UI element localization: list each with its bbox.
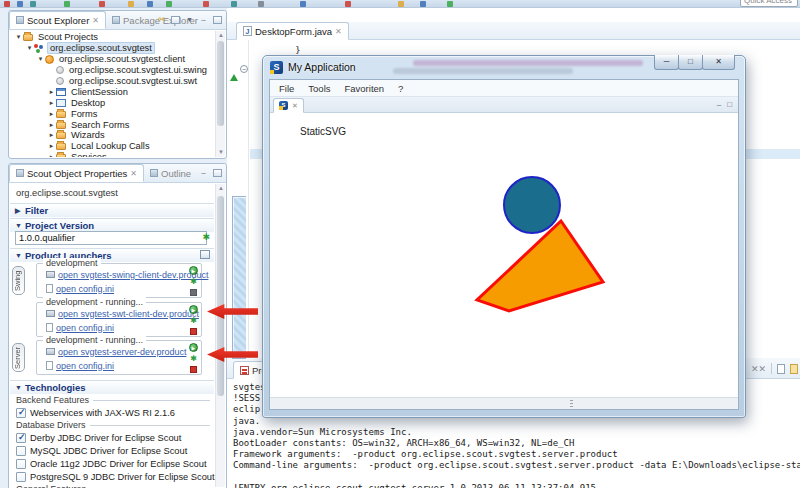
technology-row[interactable]: Derby JDBC Driver for Eclipse Scout — [16, 431, 210, 444]
stop-icon[interactable] — [190, 289, 197, 296]
filter-section-header[interactable]: ▶ Filter — [10, 203, 214, 217]
scroll-lock-icon[interactable] — [790, 364, 798, 374]
toolbar-icon[interactable] — [300, 1, 306, 7]
expander-closed-icon[interactable]: ▸ — [47, 131, 56, 139]
toolbar-icon[interactable] — [258, 1, 264, 7]
menu-item-tools[interactable]: Tools — [308, 83, 330, 94]
launcher-link[interactable]: open config.ini — [56, 323, 114, 333]
tree-item[interactable]: ▸Local Lookup Calls — [10, 141, 214, 152]
launcher-link[interactable]: open config.ini — [56, 284, 114, 294]
debug-icon[interactable]: ✱ — [189, 354, 198, 363]
minimize-icon[interactable]: – — [199, 168, 208, 177]
launcher-link[interactable]: open svgtest-swing-client-dev.product — [58, 270, 208, 280]
minimize-button[interactable]: ─ — [654, 55, 679, 70]
maximize-button[interactable]: □ — [678, 55, 703, 70]
remove-all-icon[interactable]: ✕✕ — [751, 364, 766, 374]
toolbar-icon[interactable] — [345, 1, 351, 7]
technology-row[interactable]: MySQL JDBC Driver for Eclipse Scout — [16, 444, 210, 457]
tree-item[interactable]: org.eclipse.scout.svgtest.ui.swt — [10, 76, 214, 87]
toolbar-icon[interactable] — [420, 1, 426, 7]
menu-item-favoriten[interactable]: Favoriten — [345, 83, 385, 94]
minimize-icon[interactable]: – — [199, 15, 208, 24]
toolbar-icon[interactable] — [231, 1, 237, 7]
close-icon[interactable]: ✕ — [335, 27, 342, 36]
scroll-up-icon[interactable]: ▲ — [216, 184, 226, 193]
static-svg-graphic[interactable] — [432, 165, 652, 345]
close-icon[interactable]: ✕ — [130, 169, 137, 178]
form-tab[interactable]: S ✕ — [273, 98, 304, 113]
maximize-icon[interactable] — [213, 16, 222, 24]
close-button[interactable]: ✕ — [702, 55, 735, 70]
fold-collapse-icon[interactable]: − — [240, 65, 248, 73]
toolbar-icon[interactable] — [64, 1, 70, 7]
run-icon[interactable]: ▶ — [189, 305, 198, 314]
properties-scrollbar[interactable]: ▲ — [215, 184, 225, 487]
expander-open-icon[interactable]: ▾ — [14, 33, 23, 41]
version-apply-icon[interactable]: ✱ — [202, 232, 210, 242]
technology-row[interactable]: Oracle 11g2 JDBC Driver for Eclipse Scou… — [16, 457, 210, 470]
checkbox[interactable] — [16, 408, 26, 418]
technologies-section-header[interactable]: ▼ Technologies — [10, 380, 214, 394]
tree-item[interactable]: ▸Search Forms — [10, 119, 214, 130]
toolbar-icon[interactable] — [166, 1, 172, 7]
expander-open-icon[interactable]: ▾ — [36, 55, 45, 63]
checkbox[interactable] — [16, 459, 26, 469]
toolbar-icon[interactable] — [203, 1, 209, 7]
tree-item[interactable]: ▸ClientSession — [10, 86, 214, 97]
edit-launchers-icon[interactable] — [200, 250, 210, 259]
tree-item[interactable]: org.eclipse.scout.svgtest.ui.swing — [10, 65, 214, 76]
tree-item[interactable]: ▸Services — [10, 152, 214, 157]
clear-console-icon[interactable] — [777, 364, 785, 374]
run-icon[interactable]: ▶ — [189, 343, 198, 352]
tree-item[interactable]: ▾org.eclipse.scout.svgtest.client — [10, 54, 214, 65]
product-launchers-section-header[interactable]: ▼ Product Launchers — [10, 248, 214, 262]
svg-circle-shape[interactable] — [504, 177, 560, 233]
properties-tab-scout-object-properties[interactable]: Scout Object Properties✕ — [9, 164, 144, 182]
version-input[interactable]: 1.0.0.qualifier — [15, 231, 207, 245]
expander-open-icon[interactable]: ▾ — [25, 44, 34, 52]
tree-item[interactable]: ▸Forms — [10, 108, 214, 119]
view-menu-icon[interactable]: ▾ — [185, 15, 194, 24]
launcher-link[interactable]: open svgtest-server-dev.product — [58, 347, 186, 357]
technology-row[interactable]: PostgreSQL 9 JDBC Driver for Eclipse Sco… — [16, 470, 210, 483]
tree-item[interactable]: ▾Scout Projects — [10, 32, 214, 43]
launcher-link[interactable]: open config.ini — [56, 361, 114, 371]
splitter-grip[interactable] — [570, 400, 573, 409]
toolbar-icon[interactable] — [30, 1, 36, 7]
scroll-up-icon[interactable]: ▲ — [216, 31, 226, 40]
run-icon[interactable]: ▶ — [189, 266, 198, 275]
scroll-down-icon[interactable]: ▼ — [216, 148, 226, 157]
toolbar-icon[interactable] — [17, 1, 23, 7]
menu-item-help[interactable]: ? — [398, 83, 403, 94]
maximize-icon[interactable] — [213, 169, 222, 177]
collapse-all-icon[interactable] — [171, 16, 180, 24]
stop-icon[interactable] — [190, 366, 197, 373]
explorer-scrollbar[interactable]: ▲ ▼ — [215, 31, 225, 157]
expander-closed-icon[interactable]: ▸ — [47, 110, 56, 118]
minimize-view-icon[interactable]: – — [717, 100, 721, 109]
launcher-link[interactable]: open svgtest-swt-client-dev.product — [58, 309, 199, 319]
stop-icon[interactable] — [190, 328, 197, 335]
properties-tab-outline[interactable]: Outline — [144, 164, 197, 182]
toolbar-icon[interactable] — [99, 1, 105, 7]
editor-tab-desktopform[interactable]: J DesktopForm.java ✕ — [236, 22, 349, 40]
explorer-tab-scout-explorer[interactable]: Scout Explorer✕ — [9, 11, 106, 29]
toolbar-icon[interactable] — [128, 1, 134, 7]
link-with-editor-icon[interactable]: ⚯ — [157, 15, 166, 24]
expander-closed-icon[interactable]: ▸ — [47, 99, 56, 107]
checkbox[interactable] — [16, 446, 26, 456]
expander-closed-icon[interactable]: ▸ — [47, 88, 56, 96]
tree-item[interactable]: ▾org.eclipse.scout.svgtest — [10, 43, 214, 54]
maximize-view-icon[interactable]: □ — [727, 100, 732, 109]
expander-closed-icon[interactable]: ▸ — [47, 121, 56, 129]
toolbar-icon[interactable] — [4, 1, 10, 7]
close-icon[interactable]: ✕ — [292, 102, 298, 110]
project-version-section-header[interactable]: ▼ Project Version — [10, 218, 214, 232]
expander-closed-icon[interactable]: ▸ — [47, 153, 56, 157]
tree-item[interactable]: ▸Desktop — [10, 97, 214, 108]
svg-polygon-shape[interactable] — [477, 221, 603, 311]
expander-closed-icon[interactable]: ▸ — [47, 142, 56, 150]
toolbar-icon[interactable] — [147, 1, 153, 7]
menu-item-file[interactable]: File — [279, 83, 294, 94]
technology-row[interactable]: Webservices with JAX-WS RI 2.1.6 — [16, 406, 210, 419]
